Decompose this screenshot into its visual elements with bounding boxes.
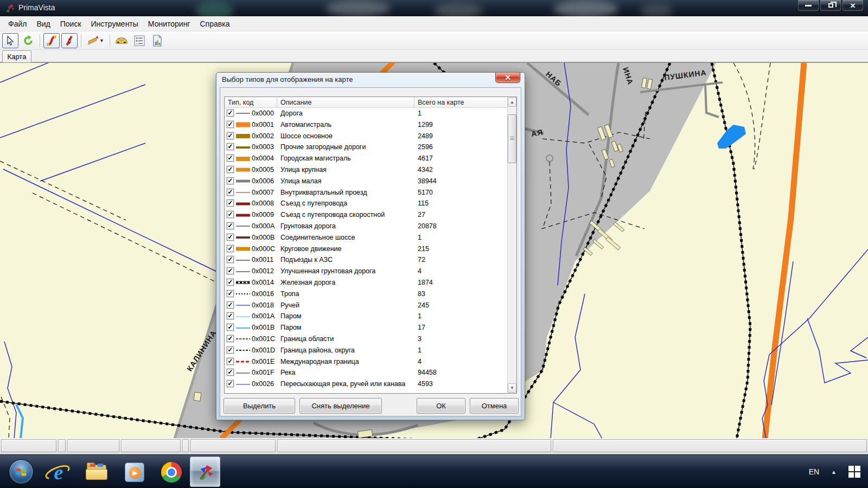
type-checkbox[interactable]: ✓ bbox=[227, 346, 234, 354]
menu-tools[interactable]: Инструменты bbox=[86, 17, 143, 30]
type-row[interactable]: ✓0x0012Улучшенная грунтовая дорога4 bbox=[225, 266, 508, 277]
type-row[interactable]: ✓0x0006Улица малая38944 bbox=[225, 176, 508, 187]
dialog-close-button[interactable]: ✕ bbox=[495, 73, 520, 83]
type-checkbox[interactable]: ✓ bbox=[227, 267, 234, 274]
menu-help[interactable]: Справка bbox=[195, 17, 235, 30]
column-header-description[interactable]: Описание bbox=[277, 97, 414, 108]
type-row[interactable]: ✓0x0008Съезд с путепровода115 bbox=[225, 198, 508, 209]
type-row[interactable]: ✓0x001FРека94458 bbox=[225, 367, 508, 378]
menu-file[interactable]: Файл bbox=[3, 17, 31, 30]
type-checkbox[interactable]: ✓ bbox=[227, 245, 234, 252]
deselect-all-button[interactable]: Снять выделение bbox=[299, 398, 382, 414]
scroll-down-button[interactable]: ▼ bbox=[508, 383, 516, 393]
type-row[interactable]: ✓0x000AГрунтовая дорога20878 bbox=[225, 221, 508, 232]
type-row[interactable]: ✓0x001BПаром17 bbox=[225, 322, 508, 333]
type-checkbox[interactable]: ✓ bbox=[227, 132, 234, 139]
type-row[interactable]: ✓0x0001Автомагистраль1299 bbox=[225, 119, 508, 131]
type-row[interactable]: ✓0x001EМеждународная граница4 bbox=[225, 356, 508, 368]
taskbar-ie-icon[interactable]: e bbox=[48, 461, 69, 483]
menu-view[interactable]: Вид bbox=[31, 17, 55, 30]
language-indicator[interactable]: EN bbox=[809, 467, 819, 476]
type-checkbox[interactable]: ✓ bbox=[227, 143, 234, 150]
type-row[interactable]: ✓0x0004Городская магистраль4617 bbox=[225, 153, 508, 164]
type-checkbox[interactable]: ✓ bbox=[227, 324, 234, 331]
type-checkbox[interactable]: ✓ bbox=[227, 110, 234, 117]
type-row[interactable]: ✓0x0026Пересыхающая река, ручей или кана… bbox=[225, 378, 508, 390]
route-line-icon bbox=[47, 35, 56, 46]
column-header-total[interactable]: Всего на карте bbox=[414, 97, 508, 108]
menu-search[interactable]: Поиск bbox=[55, 17, 86, 30]
type-row[interactable]: ✓0x0016Тропа83 bbox=[225, 288, 508, 300]
taskbar-mediaplayer-icon[interactable]: ▶ bbox=[124, 461, 145, 483]
select-all-button[interactable]: Выделить bbox=[224, 398, 295, 414]
type-checkbox[interactable]: ✓ bbox=[227, 189, 234, 196]
type-count: 83 bbox=[418, 290, 425, 298]
tab-map[interactable]: Карта bbox=[2, 50, 31, 62]
system-tray: EN ▲ bbox=[809, 455, 860, 488]
start-button[interactable] bbox=[9, 459, 34, 484]
vehicle-button[interactable] bbox=[113, 33, 130, 48]
type-row[interactable]: ✓0x000BСоединительное шоссе1 bbox=[225, 232, 508, 243]
type-row[interactable]: ✓0x0003Прочие загородные дороги2596 bbox=[225, 142, 508, 153]
type-checkbox[interactable]: ✓ bbox=[227, 222, 234, 229]
type-checkbox[interactable]: ✓ bbox=[227, 166, 234, 173]
menu-monitoring[interactable]: Мониторинг bbox=[143, 17, 195, 30]
type-row[interactable]: ✓0x001CГраница области3 bbox=[225, 333, 508, 345]
type-checkbox[interactable]: ✓ bbox=[227, 256, 234, 263]
select-cursor-button[interactable] bbox=[2, 33, 18, 48]
report-chart-button[interactable] bbox=[149, 33, 165, 48]
route-line-button[interactable] bbox=[43, 33, 60, 48]
type-row[interactable]: ✓0x001AПаром1 bbox=[225, 311, 508, 322]
draw-pencil-button[interactable]: ▼ bbox=[85, 33, 106, 48]
type-row[interactable]: ✓0x0009Съезд с путепровода скоростной27 bbox=[225, 209, 508, 221]
taskbar-explorer-icon[interactable] bbox=[86, 461, 107, 483]
window-titlebar[interactable]: PrimaVista × bbox=[0, 0, 868, 16]
type-selection-dialog[interactable]: Выбор типов для отображения на карте ✕ Т… bbox=[216, 72, 525, 420]
type-checkbox[interactable]: ✓ bbox=[227, 290, 234, 297]
type-code: 0x0012 bbox=[252, 267, 274, 275]
type-row[interactable]: ✓0x0014Железная дорога1874 bbox=[225, 277, 508, 288]
type-checkbox[interactable]: ✓ bbox=[227, 358, 234, 365]
column-header-type-code[interactable]: Тип, код bbox=[225, 97, 277, 108]
type-symbol-swatch bbox=[236, 293, 250, 294]
close-button[interactable]: × bbox=[842, 0, 864, 11]
type-checkbox[interactable]: ✓ bbox=[227, 312, 234, 319]
type-checkbox[interactable]: ✓ bbox=[227, 301, 234, 309]
action-center-icon[interactable] bbox=[848, 466, 860, 478]
minimize-button[interactable] bbox=[797, 0, 819, 11]
taskbar-primavista-active[interactable] bbox=[190, 457, 220, 487]
type-row[interactable]: ✓0x0002Шоссе основное2489 bbox=[225, 131, 508, 142]
type-row[interactable]: ✓0x000CКруговое движение215 bbox=[225, 243, 508, 255]
type-row[interactable]: ✓0x0000Дорога1 bbox=[225, 108, 508, 119]
type-symbol-swatch bbox=[236, 247, 250, 251]
type-row[interactable]: ✓0x0018Ручей245 bbox=[225, 300, 508, 311]
type-checkbox[interactable]: ✓ bbox=[227, 155, 234, 162]
tray-expand-icon[interactable]: ▲ bbox=[831, 469, 837, 475]
type-row[interactable]: ✓0x001DГраница района, округа1 bbox=[225, 345, 508, 356]
type-list[interactable]: Тип, код Описание Всего на карте ✓0x0000… bbox=[224, 97, 517, 394]
restore-button[interactable] bbox=[820, 0, 841, 11]
route-pick-button[interactable] bbox=[61, 33, 78, 48]
type-checkbox[interactable]: ✓ bbox=[227, 234, 234, 241]
type-checkbox[interactable]: ✓ bbox=[227, 369, 234, 376]
primavista-flower-icon bbox=[196, 463, 214, 481]
type-checkbox[interactable]: ✓ bbox=[227, 177, 234, 184]
type-checkbox[interactable]: ✓ bbox=[227, 335, 234, 342]
refresh-button[interactable] bbox=[20, 33, 36, 48]
taskbar-chrome-icon[interactable] bbox=[161, 461, 182, 483]
type-row[interactable]: ✓0x0007Внутриквартальный проезд5170 bbox=[225, 187, 508, 198]
type-description: Подъезды к АЗС bbox=[280, 256, 333, 264]
cancel-button[interactable]: Отмена bbox=[470, 398, 519, 414]
scroll-up-button[interactable]: ▲ bbox=[508, 98, 516, 107]
vertical-scrollbar[interactable]: ▲ ▼ bbox=[507, 97, 516, 393]
type-checkbox[interactable]: ✓ bbox=[227, 200, 234, 207]
ok-button[interactable]: ОК bbox=[417, 398, 465, 414]
legend-list-button[interactable] bbox=[131, 33, 148, 48]
type-checkbox[interactable]: ✓ bbox=[227, 279, 234, 286]
type-checkbox[interactable]: ✓ bbox=[227, 380, 234, 387]
type-checkbox[interactable]: ✓ bbox=[227, 121, 234, 128]
type-checkbox[interactable]: ✓ bbox=[227, 211, 234, 218]
scrollbar-thumb[interactable] bbox=[508, 114, 516, 163]
type-row[interactable]: ✓0x0005Улица крупная4342 bbox=[225, 164, 508, 176]
type-row[interactable]: ✓0x0011Подъезды к АЗС72 bbox=[225, 254, 508, 266]
